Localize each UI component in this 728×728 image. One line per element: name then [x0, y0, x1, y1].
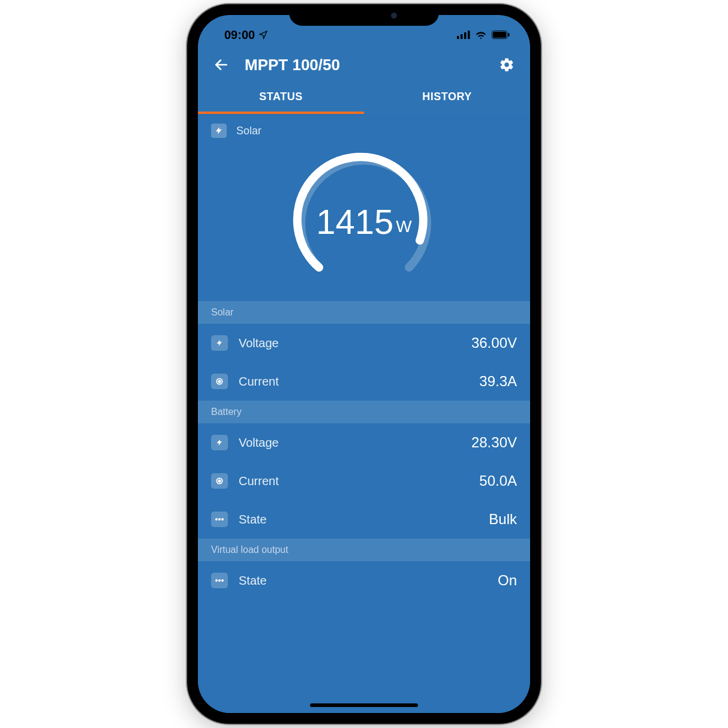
content-area[interactable]: Solar 1415 W Solar [198, 114, 530, 713]
solar-panel-icon [211, 124, 227, 138]
gear-icon [499, 57, 515, 73]
battery-icon [492, 31, 510, 39]
row-battery-voltage: Voltage 28.30V [198, 423, 530, 462]
svg-rect-3 [468, 31, 470, 39]
current-icon [211, 473, 228, 489]
app-header: MPPT 100/50 [198, 46, 530, 81]
row-label: State [239, 574, 498, 588]
row-value: 50.0A [479, 473, 517, 489]
cellular-icon [457, 31, 470, 39]
voltage-icon [211, 435, 228, 450]
gauge-label: Solar [236, 125, 261, 137]
gauge-unit: W [396, 206, 411, 236]
tab-bar: STATUS HISTORY [198, 81, 530, 114]
row-value: On [498, 572, 517, 589]
svg-point-14 [221, 518, 224, 521]
section-heading-solar: Solar [198, 301, 530, 324]
row-label: Voltage [239, 336, 471, 350]
row-battery-current: Current 50.0A [198, 462, 530, 500]
settings-button[interactable] [497, 55, 517, 75]
row-label: Current [239, 474, 479, 488]
row-load-state: State On [198, 561, 530, 600]
row-value: 28.30V [471, 434, 517, 451]
ellipsis-icon [211, 512, 228, 527]
svg-rect-0 [457, 36, 459, 39]
voltage-icon [211, 335, 228, 351]
row-value: Bulk [489, 511, 517, 528]
svg-point-11 [218, 480, 221, 482]
clock-text: 09:00 [224, 28, 255, 42]
section-heading-battery: Battery [198, 401, 530, 423]
phone-frame: 09:00 MPPT 100/50 STATUS HISTORY [187, 4, 541, 724]
location-icon [258, 30, 268, 40]
row-value: 36.00V [471, 335, 517, 351]
svg-point-16 [218, 579, 221, 582]
svg-point-12 [215, 518, 218, 521]
arrow-left-icon [213, 57, 229, 73]
svg-point-17 [221, 579, 224, 582]
tab-status[interactable]: STATUS [198, 81, 364, 114]
tab-history[interactable]: HISTORY [364, 81, 530, 114]
svg-rect-5 [493, 32, 506, 38]
row-value: 39.3A [479, 373, 517, 390]
current-icon [211, 374, 228, 389]
row-solar-voltage: Voltage 36.00V [198, 324, 530, 362]
svg-rect-6 [508, 33, 510, 37]
row-battery-state: State Bulk [198, 500, 530, 539]
gauge-value: 1415 [316, 201, 393, 242]
back-button[interactable] [211, 55, 231, 75]
power-gauge: 1415 W [283, 142, 445, 285]
svg-rect-1 [461, 34, 463, 39]
svg-point-9 [218, 380, 221, 383]
svg-point-13 [218, 518, 221, 521]
row-label: State [239, 513, 489, 527]
gauge-section: Solar 1415 W [198, 114, 530, 301]
device-notch [289, 4, 439, 26]
home-indicator[interactable] [310, 703, 418, 707]
screen: 09:00 MPPT 100/50 STATUS HISTORY [198, 15, 530, 713]
page-title: MPPT 100/50 [245, 56, 497, 74]
wifi-icon [475, 31, 487, 39]
ellipsis-icon [211, 573, 228, 588]
svg-rect-2 [464, 32, 467, 39]
row-label: Voltage [239, 436, 471, 450]
svg-point-15 [215, 579, 218, 582]
row-solar-current: Current 39.3A [198, 362, 530, 401]
row-label: Current [239, 375, 479, 389]
section-heading-load: Virtual load output [198, 539, 530, 561]
